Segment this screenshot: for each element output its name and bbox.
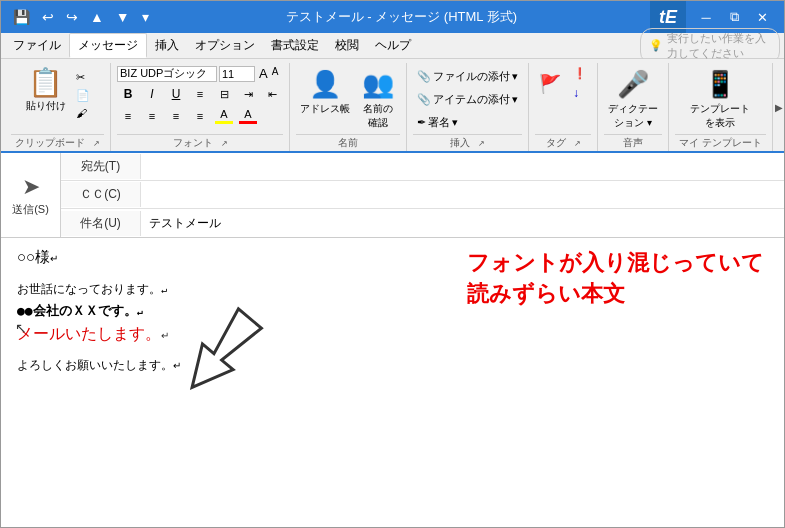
attach-file-button[interactable]: 📎 ファイルの添付 ▾ [413,67,522,86]
format-row: B I U ≡ ⊟ ⇥ ⇤ [117,84,283,104]
address-book-icon: 👤 [309,69,341,100]
attach-item-button[interactable]: 📎 アイテムの添付 ▾ [413,90,522,109]
menu-message[interactable]: メッセージ [69,33,147,58]
decrease-font-button[interactable]: A [270,65,281,82]
indent-decrease-button[interactable]: ⇤ [261,84,283,104]
show-templates-label: テンプレートを表示 [690,102,750,130]
show-templates-icon: 📱 [704,69,736,100]
send-button[interactable]: ➤ 送信(S) [1,153,61,237]
ribbon-scroll-right[interactable]: ▶ [773,63,785,151]
numbering-button[interactable]: ⊟ [213,84,235,104]
tags-content: 🚩 ❗ ↓ [535,65,591,134]
body-spacer-2 [17,349,768,357]
paste-label: 貼り付け [26,99,66,113]
dictation-button[interactable]: 🎤 ディクテーション ▾ [604,65,662,134]
menu-format[interactable]: 書式設定 [263,34,327,57]
qat-more-icon[interactable]: ▾ [138,7,153,27]
redo-icon[interactable]: ↪ [62,7,82,27]
italic-button[interactable]: I [141,84,163,104]
to-label[interactable]: 宛先(T) [61,154,141,179]
body-greeting: お世話になっております。↵ [17,281,768,298]
search-placeholder: 実行したい作業を入力してください [667,31,771,61]
format-painter-button[interactable]: 🖌 [72,105,94,121]
scroll-right-icon[interactable]: ▶ [775,102,783,113]
high-importance-icon: ❗ [573,67,587,80]
font-color-bar [239,121,257,124]
ribbon-group-clipboard: 📋 貼り付け ✂ 📄 🖌 クリップボード [5,63,111,151]
font-expand-icon[interactable]: ↗ [217,138,232,149]
undo-icon[interactable]: ↩ [38,7,58,27]
cursor-indicator: ↖ [15,320,27,336]
tags-label-row: タグ ↗ [535,134,591,151]
ribbon-group-voice: 🎤 ディクテーション ▾ 音声 [598,63,669,151]
check-names-button[interactable]: 👥 名前の確認 [356,65,400,134]
align-center-button[interactable]: ≡ [141,106,163,126]
my-templates-label: マイ テンプレート [675,135,766,151]
signature-icon: ✒ [417,116,426,129]
insert-expand-icon[interactable]: ↗ [474,138,489,149]
menu-options[interactable]: オプション [187,34,263,57]
align-left-button[interactable]: ≡ [117,106,139,126]
clipboard-expand-icon[interactable]: ↗ [89,138,104,149]
attach-item-label: アイテムの添付 [433,92,510,107]
clipboard-label: クリップボード [11,135,89,151]
body-company: ●●会社のＸＸです。↵ [17,302,768,320]
insert-label: 挿入 [446,135,474,151]
signature-dropdown-icon[interactable]: ▾ [452,116,458,129]
body-closing: よろしくお願いいたします。↵ [17,357,768,374]
voice-content: 🎤 ディクテーション ▾ [604,65,662,134]
priority-buttons: ❗ ↓ [569,65,591,102]
paste-button[interactable]: 📋 貼り付け [22,65,70,117]
ribbon-group-tags: 🚩 ❗ ↓ タグ ↗ [529,63,598,151]
copy-icon: 📄 [76,89,90,102]
font-size-input[interactable] [219,66,255,82]
flag-button[interactable]: 🚩 [535,65,565,102]
indent-increase-button[interactable]: ⇥ [237,84,259,104]
menu-file[interactable]: ファイル [5,34,69,57]
font-color-button[interactable]: A [237,106,259,126]
copy-button[interactable]: 📄 [72,87,94,104]
email-body[interactable]: ○○様↵ お世話になっております。↵ ●●会社のＸＸです。↵ メールいたします。… [1,238,784,527]
increase-font-button[interactable]: A [257,65,270,82]
highlight-color-bar [215,121,233,124]
menu-insert[interactable]: 挿入 [147,34,187,57]
bullets-button[interactable]: ≡ [189,84,211,104]
address-book-button[interactable]: 👤 アドレス帳 [296,65,354,120]
attach-item-dropdown-icon[interactable]: ▾ [512,93,518,106]
down-icon[interactable]: ▼ [112,7,134,27]
font-label-row: フォント ↗ [117,134,283,151]
subject-label[interactable]: 件名(U) [61,211,141,236]
dictation-icon: 🎤 [617,69,649,100]
up-icon[interactable]: ▲ [86,7,108,27]
font-name-input[interactable] [117,66,217,82]
save-icon[interactable]: 💾 [9,7,34,27]
justify-button[interactable]: ≡ [189,106,211,126]
subject-input[interactable] [141,212,784,234]
lightbulb-icon: 💡 [649,39,663,52]
bold-button[interactable]: B [117,84,139,104]
signature-button[interactable]: ✒ 署名 ▾ [413,113,462,132]
attach-item-icon: 📎 [417,93,431,106]
to-input[interactable] [141,156,784,178]
cc-label[interactable]: ＣＣ(C) [61,182,141,207]
names-label-row: 名前 [296,134,400,151]
flag-icon: 🚩 [539,73,561,95]
paste-area: 📋 貼り付け [22,65,70,117]
high-importance-button[interactable]: ❗ [569,65,591,82]
highlight-color-button[interactable]: A [213,106,235,126]
font-content: A A B I U ≡ ⊟ ⇥ ⇤ ≡ ≡ ≡ [117,65,283,134]
tags-expand-icon[interactable]: ↗ [570,138,585,149]
menu-review[interactable]: 校閲 [327,34,367,57]
underline-button[interactable]: U [165,84,187,104]
email-form-inner: ➤ 送信(S) 宛先(T) ＣＣ(C) 件名(U) [1,153,784,237]
tags-icons-row: 🚩 ❗ ↓ [535,65,591,102]
align-right-button[interactable]: ≡ [165,106,187,126]
email-form: ➤ 送信(S) 宛先(T) ＣＣ(C) 件名(U) [1,153,784,238]
cut-button[interactable]: ✂ [72,69,94,86]
low-importance-button[interactable]: ↓ [569,84,591,102]
cc-input[interactable] [141,184,784,206]
menu-help[interactable]: ヘルプ [367,34,419,57]
show-templates-button[interactable]: 📱 テンプレートを表示 [686,65,754,134]
attach-file-dropdown-icon[interactable]: ▾ [512,70,518,83]
voice-label: 音声 [619,135,647,151]
